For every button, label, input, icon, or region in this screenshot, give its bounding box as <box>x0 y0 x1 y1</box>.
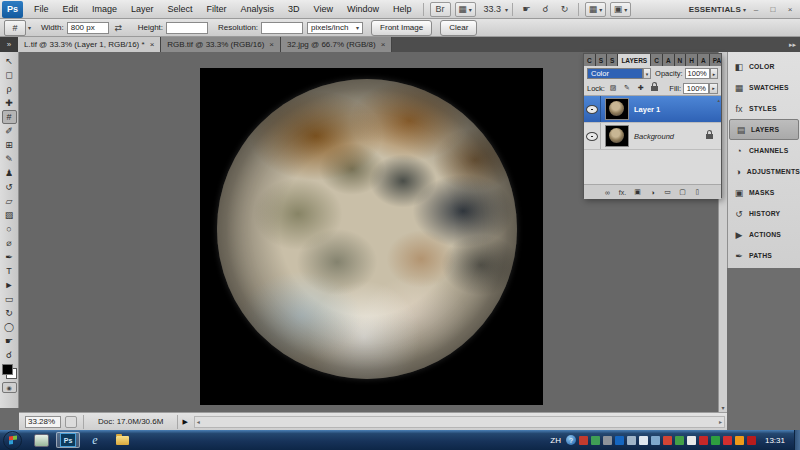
tray-bluetooth[interactable] <box>615 436 624 445</box>
panel-tab-s-1[interactable]: S <box>596 54 607 66</box>
panel-tab-h-7[interactable]: H <box>686 54 698 66</box>
menu-image[interactable]: Image <box>85 0 124 19</box>
layer-group-icon[interactable]: ▭ <box>663 188 672 196</box>
width-input[interactable]: 800 px <box>67 22 109 34</box>
crop-tool-icon[interactable]: # <box>4 20 26 36</box>
taskbar-clock[interactable]: 13:31 <box>765 436 785 445</box>
workspace-switcher[interactable]: ESSENTIALS <box>689 5 741 14</box>
start-button[interactable] <box>3 431 22 450</box>
panel-tab-c-0[interactable]: C <box>584 54 596 66</box>
dock-button-color[interactable]: ◧COLOR <box>728 56 800 77</box>
view-extras-icon[interactable]: ▦ ▾ <box>455 2 476 17</box>
fill-field[interactable]: 100% <box>683 83 709 94</box>
tab-overflow-icon[interactable]: » <box>0 37 18 52</box>
menu-filter[interactable]: Filter <box>200 0 234 19</box>
chevron-down-icon[interactable]: ▾ <box>505 6 508 13</box>
fill-slider-icon[interactable]: ▸ <box>709 83 718 94</box>
eyedropper-tool[interactable]: ✐ <box>2 124 17 138</box>
foreground-color-chip[interactable] <box>2 364 13 375</box>
layer-effects-icon[interactable]: fx. <box>618 189 627 196</box>
quick-selection-tool[interactable]: ✚ <box>2 96 17 110</box>
zoom-level-value[interactable]: 33.3 <box>484 4 502 14</box>
panel-tab-a-5[interactable]: A <box>663 54 675 66</box>
close-icon[interactable]: × <box>150 40 155 49</box>
lock-pixels-icon[interactable]: ✎ <box>621 82 633 94</box>
taskbar-photoshop[interactable]: Ps <box>56 432 80 448</box>
tray-quad-green[interactable] <box>591 436 600 445</box>
resolution-input[interactable] <box>261 22 303 34</box>
gradient-tool[interactable]: ▨ <box>2 208 17 222</box>
moon-image[interactable] <box>217 79 517 379</box>
eraser-tool[interactable]: ▱ <box>2 194 17 208</box>
clear-button[interactable]: Clear <box>440 20 477 36</box>
visibility-toggle[interactable] <box>584 123 601 149</box>
swap-dimensions-icon[interactable]: ⇄ <box>111 21 126 34</box>
hand-tool[interactable]: ☛ <box>2 334 17 348</box>
opacity-field[interactable]: 100% <box>685 68 710 79</box>
horizontal-scrollbar[interactable]: ◂ ▸ <box>194 416 725 428</box>
scroll-up-icon[interactable]: ▴ <box>717 97 720 103</box>
lasso-tool[interactable]: ρ <box>2 82 17 96</box>
layer-row-layer1[interactable]: Layer 1 <box>584 96 721 123</box>
dock-button-masks[interactable]: ▣MASKS <box>728 182 800 203</box>
panel-tab-c-4[interactable]: C <box>651 54 663 66</box>
blur-tool[interactable]: ○ <box>2 222 17 236</box>
layer-thumbnail[interactable] <box>605 125 629 147</box>
path-selection-tool[interactable]: ► <box>2 278 17 292</box>
link-layers-icon[interactable]: ∞ <box>603 189 612 196</box>
tray-ime-en[interactable] <box>711 436 720 445</box>
status-zoom-field[interactable]: 33.28% <box>25 416 61 428</box>
menu-view[interactable]: View <box>307 0 340 19</box>
tray-network[interactable] <box>651 436 660 445</box>
tray-action-flag[interactable] <box>663 436 672 445</box>
help-icon[interactable]: ? <box>566 435 576 445</box>
scroll-down-icon[interactable]: ▾ <box>721 404 724 412</box>
move-tool[interactable]: ↖ <box>2 54 17 68</box>
language-indicator[interactable]: ZH <box>550 436 561 445</box>
layer-thumbnail[interactable] <box>605 98 629 120</box>
scroll-right-icon[interactable]: ▸ <box>719 418 722 425</box>
document-tab-2[interactable]: RGB.tif @ 33.3% (RGB/16)× <box>161 37 281 52</box>
tray-orange-app[interactable] <box>735 436 744 445</box>
healing-brush-tool[interactable]: ⊞ <box>2 138 17 152</box>
collapse-dock-icon[interactable]: ▸▸ <box>789 41 796 49</box>
menu-window[interactable]: Window <box>340 0 386 19</box>
opacity-slider-icon[interactable]: ▸ <box>710 68 718 79</box>
chevron-down-icon[interactable]: ▾ <box>28 24 31 31</box>
dock-button-history[interactable]: ↺HISTORY <box>728 203 800 224</box>
taskbar-explorer[interactable] <box>110 432 134 448</box>
bridge-icon[interactable]: Br <box>430 2 451 17</box>
tray-mcafee[interactable] <box>747 436 756 445</box>
show-desktop-button[interactable] <box>794 430 800 450</box>
close-icon[interactable]: × <box>381 40 386 49</box>
brush-tool[interactable]: ✎ <box>2 152 17 166</box>
shape-tool[interactable]: ▭ <box>2 292 17 306</box>
chevron-down-icon[interactable]: ▾ <box>643 68 651 79</box>
taskbar-app-1[interactable] <box>29 432 53 448</box>
taskbar-internet-explorer[interactable]: e <box>83 432 107 448</box>
tray-device[interactable] <box>603 436 612 445</box>
menu-layer[interactable]: Layer <box>124 0 161 19</box>
clone-stamp-tool[interactable]: ♟ <box>2 166 17 180</box>
menu-analysis[interactable]: Analysis <box>234 0 282 19</box>
layer-row-background[interactable]: Background <box>584 123 721 150</box>
menu-help[interactable]: Help <box>386 0 419 19</box>
dock-button-styles[interactable]: fxSTYLES <box>728 98 800 119</box>
minimize-button[interactable]: – <box>749 3 763 15</box>
delete-layer-icon[interactable]: ▯ <box>693 188 702 196</box>
tray-eject[interactable] <box>675 436 684 445</box>
document-image[interactable] <box>200 68 543 405</box>
marquee-tool[interactable]: ◻ <box>2 68 17 82</box>
front-image-button[interactable]: Front Image <box>371 20 432 36</box>
restore-button[interactable]: □ <box>766 3 780 15</box>
menu-edit[interactable]: Edit <box>56 0 86 19</box>
dodge-tool[interactable]: ⌀ <box>2 236 17 250</box>
adjustment-layer-icon[interactable]: ◑ <box>648 189 657 196</box>
screen-mode-icon[interactable]: ▣ ▾ <box>610 2 631 17</box>
lock-position-icon[interactable]: ✚ <box>635 82 647 94</box>
lock-all-icon[interactable] <box>649 82 661 94</box>
visibility-toggle[interactable] <box>584 96 601 122</box>
3d-rotate-tool[interactable]: ↻ <box>2 306 17 320</box>
tray-volume[interactable] <box>639 436 648 445</box>
tray-red-app[interactable] <box>699 436 708 445</box>
